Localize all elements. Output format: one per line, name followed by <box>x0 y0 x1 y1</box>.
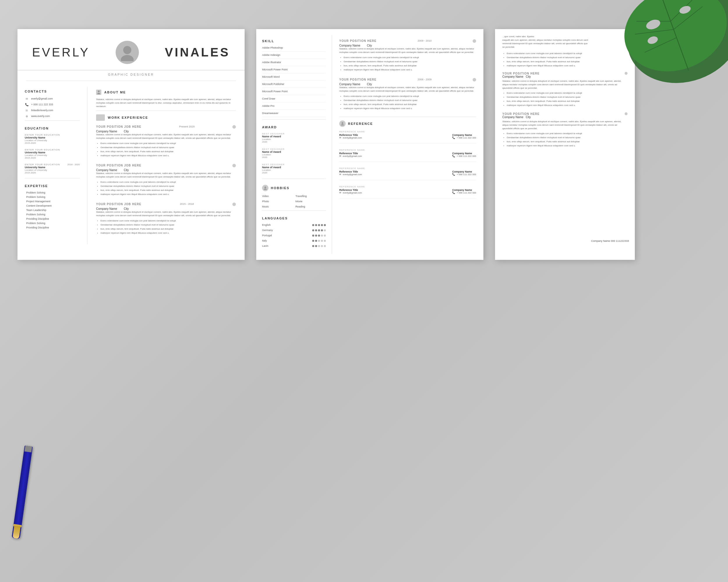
p3-work-bullet-2-3: bus, enis ulliqu earum, tem sequibust. F… <box>507 140 627 143</box>
work-bullets-2: Exeru volendame cum cone molugta con pra… <box>96 181 236 196</box>
ref-right-2: Company Name 📞 + 000 111 222 333 <box>452 152 476 158</box>
p3-position-text-2: YOUR POSITION HERE <box>502 112 540 115</box>
ref-email-icon-4: ✉ <box>339 192 341 194</box>
work-entry-3: YOUR POSITION JOB HERE 2015 - 2018 Compa… <box>96 202 236 235</box>
work-header-1: YOUR POSITION JOB HERE Present 2020 <box>96 125 236 129</box>
ref-row-1: Reference Title ✉ everly@gmail.com Compa… <box>339 134 476 139</box>
ref-phone-icon-2: 📞 <box>452 155 455 158</box>
award-location-3: Location <box>262 169 326 171</box>
p2-bullet-1-4: mallorpor reperum iligeni rem illiquit l… <box>344 68 476 72</box>
hobby-travelling: Travelling <box>295 195 326 198</box>
phone-text: + 000 111 222 333 <box>31 103 53 106</box>
ref-person-icon <box>341 122 344 126</box>
dot-4 <box>321 229 323 231</box>
award-year-3: 2020 <box>262 171 326 174</box>
dot-4 <box>321 245 323 247</box>
p2-work-company-2: Company Name City <box>339 83 476 86</box>
about-me-header: ABOUT ME <box>96 90 236 95</box>
p3-position-text-1: YOUR POSITION HERE <box>502 72 540 75</box>
edu-dates-3: 2015-2020 <box>25 171 60 174</box>
ref-left-4: Reference Title ✉ everly@gmail.com <box>339 189 362 194</box>
dot-5 <box>324 240 326 242</box>
dot-5 <box>324 229 326 231</box>
p3-company-1: Company Name City <box>502 75 540 78</box>
website-text: www.everly.com <box>31 115 50 117</box>
award-name-2: Name of Award <box>262 150 326 154</box>
work-header-3: YOUR POSITION JOB HERE 2015 - 2018 <box>96 202 236 206</box>
p2-work-icon-1 <box>473 39 476 43</box>
job-title: GRAPHIC DESIGNER <box>18 71 244 81</box>
education-entry-2: ENTER YOUR EDUCATION University Name Loc… <box>25 148 80 159</box>
dot-3 <box>318 224 320 226</box>
hobbies-header: HOBBIES <box>262 185 326 191</box>
svg-line-4 <box>635 21 674 43</box>
p3-work-header-2: YOUR POSITION HERE Company Name City <box>502 112 627 120</box>
avatar <box>115 41 139 64</box>
work-icon-2 <box>232 164 236 167</box>
ref-phone-text-1: + 000 111 222 333 <box>457 137 476 139</box>
ref-email-text-3: everly@gmail.com <box>343 173 362 176</box>
language-lacin: Lacin <box>262 244 326 247</box>
p3-bullet-intro-4: mallorpor reperum iligeni rem illiquit l… <box>507 64 627 67</box>
p2-bullet-2-2: Gendaeriae doluptatbea dolorro illabor m… <box>344 99 476 102</box>
p3-work-bullets-1: Exeru volendame cum cone molugta con pra… <box>502 91 627 107</box>
svg-point-15 <box>264 187 266 188</box>
contact-linkedin: in linkedin/everly.com <box>25 108 80 112</box>
ref-email-3: ✉ everly@gmail.com <box>339 173 362 176</box>
edu-label-1: ENTER YOUR EDUCATION <box>25 134 80 136</box>
p3-bullet-intro-3: bus, enis ulliqu earum, tem sequibust. F… <box>507 60 627 63</box>
ref-row-3: Reference Title ✉ everly@gmail.com Compa… <box>339 170 476 176</box>
work-icon-1 <box>232 125 236 129</box>
p2-work-desc-1: Statatur, odicirim comni si dolupia dolu… <box>339 47 476 54</box>
edu-label-2: ENTER YOUR EDUCATION <box>25 148 80 151</box>
contact-phone: 📞 + 000 111 222 333 <box>25 103 80 107</box>
svg-point-14 <box>97 93 100 94</box>
p3-partial-text: ...que comit, natini abo. Epeles eaqudit… <box>502 35 627 49</box>
language-germany: Germany <box>262 229 326 232</box>
company-name-badge: Company Name 000 111222333 <box>591 240 629 242</box>
p2-work-dates-2: 2006 - 2009 <box>418 78 432 81</box>
lang-dots-italy <box>312 240 326 242</box>
person-silhouette <box>263 186 267 190</box>
divider-education <box>25 178 80 178</box>
company-name-text: Company Name 000 111222333 <box>591 240 629 242</box>
page2-right-column: YOUR POSITION HERE 2009 - 2010 Company N… <box>332 35 484 254</box>
edu-location-3: Location of University <box>25 169 60 171</box>
dot-2 <box>315 229 317 231</box>
lang-name-italy: Italy <box>262 239 267 242</box>
ref-email-icon-3: ✉ <box>339 173 341 176</box>
p2-bullet-1-3: bus, enis ulliqu earum, tem sequibust. F… <box>344 64 476 67</box>
hobby-video: Video <box>262 195 293 198</box>
dot-2 <box>315 240 317 242</box>
award-year-2: 2020 <box>262 156 326 159</box>
p2-work-position-1: YOUR POSITION HERE <box>339 39 376 43</box>
award-name-1: Name of Award <box>262 135 326 138</box>
ref-name-label-3: REFERENCE NAME <box>339 167 476 170</box>
award-entry-2: BEST DESIGNER Name of Award Location 202… <box>262 148 326 159</box>
email-text: everly@gmail.com <box>31 97 53 100</box>
lang-name-germany: Germany <box>262 229 273 232</box>
ref-phone-3: 📞 + 000 111 222 333 <box>452 173 476 176</box>
languages-section-title: LANGUAGES <box>262 217 326 220</box>
reference-icon <box>339 120 346 127</box>
skill-10: Dreamweaver <box>262 112 326 117</box>
hobby-movie: Movie <box>295 200 326 203</box>
svg-line-5 <box>644 37 678 52</box>
ref-phone-icon-3: 📞 <box>452 173 455 176</box>
award-section-title: AWARD <box>262 126 326 129</box>
ref-name-label-2: REFERENCE NAME <box>339 149 476 151</box>
expertise-item-1: Problem Solving <box>25 191 80 194</box>
contacts-section-title: CONTACTS <box>25 90 80 93</box>
bullet-3-2: Gendaeriae doluptatbea dolorro illabor m… <box>101 223 236 227</box>
p2-work-company-1: Company Name City <box>339 44 476 47</box>
p2-work-dates-1: 2009 - 2010 <box>418 39 432 42</box>
page1-right-column: ABOUT ME Statatur, odicirim comni si dol… <box>87 87 244 244</box>
lang-name-lacin: Lacin <box>262 244 268 247</box>
p3-work-bullet-2-4: mallorpor reperum iligeni rem illiquit l… <box>507 144 627 147</box>
expertise-item-7: Providing Discipline <box>25 217 80 220</box>
page1-header: EVERLY VINALES <box>18 29 244 71</box>
ref-company-1: Company Name <box>452 134 476 137</box>
work-icon-3 <box>232 202 236 206</box>
bullet-2-1: Exeru volendame cum cone molugta con pra… <box>101 181 236 184</box>
contact-website: ⊕ www.everly.com <box>25 114 80 118</box>
